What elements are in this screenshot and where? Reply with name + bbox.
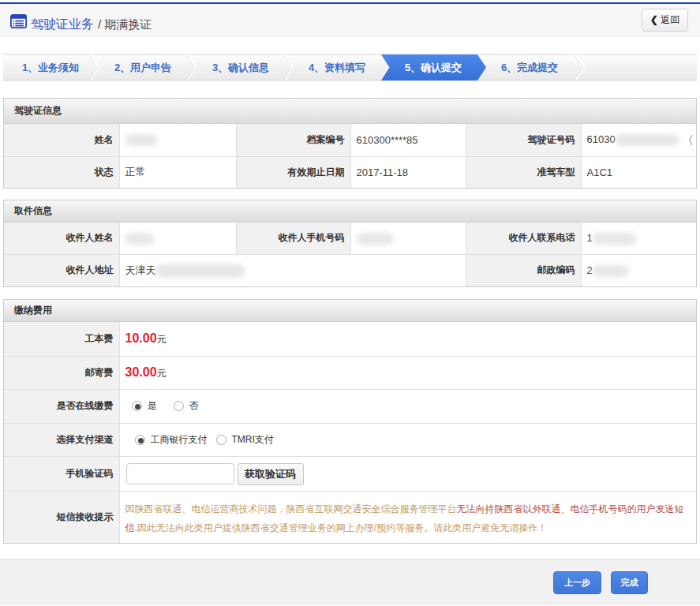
svg-text:3、确认信息: 3、确认信息 — [212, 62, 269, 73]
svg-text:4、资料填写: 4、资料填写 — [309, 62, 365, 73]
svg-text:6、完成提交: 6、完成提交 — [501, 62, 558, 73]
svg-text:2、用户申告: 2、用户申告 — [114, 62, 171, 73]
svg-text:5、确认提交: 5、确认提交 — [405, 62, 462, 73]
svg-text:1、业务须知: 1、业务须知 — [22, 62, 79, 73]
